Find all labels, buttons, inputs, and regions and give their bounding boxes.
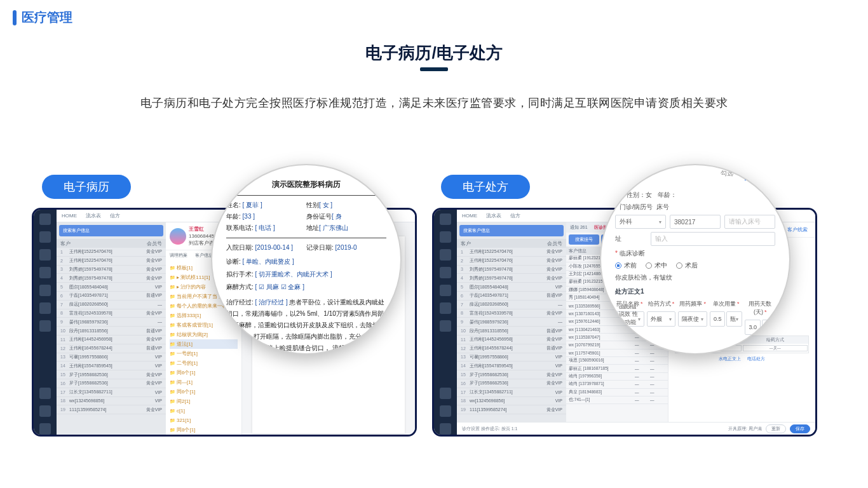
nav-icon[interactable] bbox=[440, 320, 451, 332]
customer-row[interactable]: 17江长文[13455882711]VIP bbox=[457, 388, 566, 397]
customer-row[interactable]: 9晏伟[19885979236]— bbox=[57, 318, 166, 327]
nav-icon[interactable] bbox=[39, 285, 51, 296]
clinic-input[interactable]: 380217 bbox=[670, 215, 721, 229]
tree-item[interactable]: 间2[1] bbox=[170, 396, 238, 406]
customer-row[interactable]: 11王伟刚[14452456958]黄金VIP bbox=[57, 336, 166, 344]
customer-row[interactable]: 7薛远[18020268560]— bbox=[57, 301, 166, 309]
patient-row[interactable]: 项恩 [1580590016]—— bbox=[566, 357, 668, 365]
customer-row[interactable]: 5图尔[18055484048]VIP bbox=[457, 283, 566, 292]
customer-row[interactable]: 18wx[13245698856]VIP bbox=[57, 397, 166, 406]
tab-flow[interactable]: 流水表 bbox=[86, 212, 101, 219]
customer-row[interactable]: 4刘秀娇[15975497478]黄金VIP bbox=[57, 274, 166, 283]
customer-row[interactable]: 5图尔[18055484048]VIP bbox=[57, 283, 166, 292]
patient-row[interactable]: 也:741—[1]—— bbox=[566, 396, 668, 404]
patient-row[interactable]: 典皇 [181948683]—— bbox=[566, 389, 668, 396]
nav-icon[interactable] bbox=[39, 231, 51, 243]
tree-item[interactable]: 客成客成管理[1] bbox=[170, 320, 238, 330]
customer-row[interactable]: 15罗子[19558682536]黄金VIP bbox=[57, 370, 166, 379]
tab-home[interactable]: HOME bbox=[462, 213, 477, 219]
customer-row[interactable]: 8富莲荷[15245339578]黄金VIP bbox=[57, 309, 166, 318]
route-select[interactable]: 外服 bbox=[647, 311, 676, 327]
nav-icon[interactable] bbox=[440, 214, 451, 225]
nav-icon[interactable] bbox=[440, 285, 451, 296]
customer-row[interactable]: 19111[13599585274]黄金VIP bbox=[457, 405, 566, 414]
customer-row[interactable]: 13可馨[19957558866]VIP bbox=[57, 353, 166, 362]
customer-row[interactable]: 16罗子[19558682536]黄金VIP bbox=[457, 379, 566, 388]
customer-row[interactable]: 6于磊[14035497871]普通VIP bbox=[57, 292, 166, 301]
customer-row[interactable]: 15罗子[19558682536]黄金VIP bbox=[457, 370, 566, 379]
tree-item[interactable]: 同6个[1] bbox=[170, 368, 238, 377]
customer-row[interactable]: 19111[13599585274]黄金VIP bbox=[57, 405, 166, 414]
customer-row[interactable]: 14王伟刚[15547859545]VIP bbox=[57, 362, 166, 370]
customer-row[interactable]: 7薛远[18020268560]— bbox=[457, 301, 566, 309]
nav-icon[interactable] bbox=[440, 423, 451, 435]
nav-icon[interactable] bbox=[440, 302, 451, 314]
mid-tab[interactable]: 调理档案 bbox=[166, 250, 191, 261]
nav-icon[interactable] bbox=[440, 388, 451, 399]
customer-row[interactable]: 10段丹[18913318556]普通VIP bbox=[457, 327, 566, 336]
customer-row[interactable]: 4刘秀娇[15975497478]黄金VIP bbox=[457, 274, 566, 283]
nav-icon[interactable] bbox=[440, 231, 451, 243]
tree-item[interactable]: 道法[1] bbox=[170, 339, 238, 349]
nav-icon[interactable] bbox=[39, 405, 51, 417]
nav-icon[interactable] bbox=[39, 423, 51, 435]
nav-icon[interactable] bbox=[440, 267, 451, 278]
customer-row[interactable]: 3刘秀娇[15975497478]黄金VIP bbox=[457, 266, 566, 274]
dept-select[interactable]: 外科 bbox=[615, 215, 666, 229]
addr-input[interactable]: 输入 bbox=[651, 232, 775, 246]
nav-icon[interactable] bbox=[39, 388, 51, 399]
nav-icon[interactable] bbox=[440, 249, 451, 261]
tree-item[interactable]: 一号的[1] bbox=[170, 349, 238, 358]
tree-item[interactable]: 同8个[1] bbox=[170, 425, 238, 435]
customer-row[interactable]: 2王伟刚[15225470476]黄金VIP bbox=[457, 257, 566, 266]
customer-row[interactable]: 1王伟刚[15225470476]黄金VIP bbox=[57, 248, 166, 257]
stage-radio-post[interactable]: 术后 bbox=[676, 261, 698, 270]
customer-row[interactable]: 11王伟刚[14452456958]黄金VIP bbox=[457, 336, 566, 344]
tree-item[interactable]: 同6个[1] bbox=[170, 387, 238, 396]
link[interactable]: 水电正文上 bbox=[719, 356, 741, 362]
tree-item[interactable]: 二号的[1] bbox=[170, 358, 238, 368]
customer-row[interactable]: 10段丹[18913318556]普通VIP bbox=[57, 327, 166, 336]
bed-input[interactable]: 请输入床号 bbox=[724, 215, 775, 229]
customer-row[interactable]: 16罗子[19558682536]黄金VIP bbox=[57, 379, 166, 388]
nav-icon[interactable] bbox=[440, 405, 451, 417]
customer-row[interactable]: 13可馨[19957558866]VIP bbox=[457, 353, 566, 362]
tree-item[interactable]: 结核状为病[2] bbox=[170, 330, 238, 339]
pill[interactable]: 搜索挂号 bbox=[569, 234, 599, 245]
patient-row[interactable]: 廖丽正 [1881687185]—— bbox=[566, 365, 668, 372]
customer-row[interactable]: 3刘秀娇[15975497478]黄金VIP bbox=[57, 266, 166, 274]
tab-home[interactable]: HOME bbox=[62, 213, 77, 219]
reset-button[interactable]: 重新 bbox=[766, 424, 786, 433]
patient-row[interactable]: 靖尚 [1373978871]—— bbox=[566, 381, 668, 388]
customer-row[interactable]: 1王伟刚[15225470476]黄金VIP bbox=[457, 248, 566, 257]
nav-icon[interactable] bbox=[39, 267, 51, 278]
tab-trust[interactable]: 信方 bbox=[510, 212, 520, 219]
nav-icon[interactable] bbox=[39, 214, 51, 225]
patient-row[interactable]: wx [1175745901]—— bbox=[566, 349, 668, 357]
tree-item[interactable]: 间—[1] bbox=[170, 377, 238, 387]
nav-icon[interactable] bbox=[39, 302, 51, 314]
tab-trust[interactable]: 信方 bbox=[110, 212, 120, 219]
save-button[interactable]: 保存 bbox=[790, 424, 810, 433]
stage-radio-pre[interactable]: 术前 bbox=[615, 261, 637, 270]
customer-row[interactable]: 12王伟刚[16455678244]普通VIP bbox=[57, 344, 166, 353]
stage-radio-mid[interactable]: 术中 bbox=[646, 261, 667, 270]
customer-row[interactable]: 6于磊[14035497871]普通VIP bbox=[457, 292, 566, 301]
nav-icon[interactable] bbox=[39, 320, 51, 332]
customer-search[interactable]: 搜索客户信息 bbox=[59, 225, 163, 236]
tree-item[interactable]: 侧闲[8] bbox=[170, 435, 238, 437]
tab-flow[interactable]: 流水表 bbox=[486, 212, 501, 219]
freq-select[interactable]: 隔夜使 bbox=[678, 311, 707, 327]
customer-search[interactable]: 搜索客户信息 bbox=[459, 225, 564, 236]
customer-row[interactable]: 14王伟刚[15547859545]VIP bbox=[457, 362, 566, 370]
dose-unit-select[interactable]: 瓶 bbox=[726, 311, 742, 327]
customer-row[interactable]: 12王伟刚[16455678244]普通VIP bbox=[457, 344, 566, 353]
tree-item[interactable]: c[1] bbox=[170, 406, 238, 416]
customer-row[interactable]: 8富莲荷[15245339578]黄金VIP bbox=[457, 309, 566, 318]
customer-row[interactable]: 17江长文[13455882711]VIP bbox=[57, 388, 166, 397]
customer-row[interactable]: 9晏伟[19885979236]— bbox=[457, 318, 566, 327]
customer-row[interactable]: 18wx[13245698856]VIP bbox=[457, 397, 566, 406]
customer-row[interactable]: 2王伟刚[15225470476]黄金VIP bbox=[57, 257, 166, 266]
tree-item[interactable]: 321[1] bbox=[170, 416, 238, 425]
nav-icon[interactable] bbox=[39, 249, 51, 261]
